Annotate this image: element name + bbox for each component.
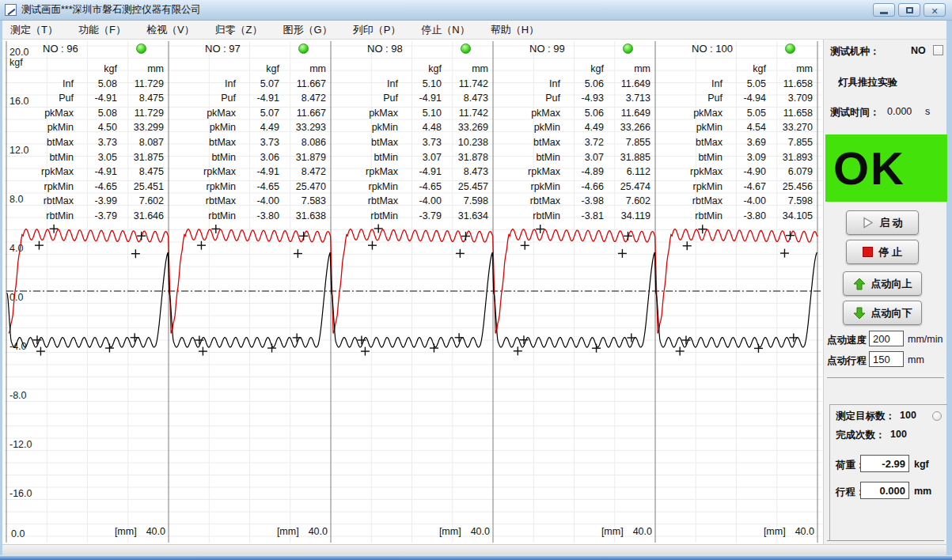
arrow-down-icon — [853, 307, 866, 320]
stroke-value-input[interactable] — [860, 482, 909, 499]
close-icon — [931, 3, 938, 17]
app-icon — [5, 4, 17, 16]
jog-down-button[interactable]: 点动向下 — [843, 301, 922, 325]
chart-area: 20.0kgf16.012.08.04.00.0-4.0-8.0-12.0-16… — [2, 40, 823, 544]
waveform-chart: 20.0kgf16.012.08.04.00.0-4.0-8.0-12.0-16… — [2, 40, 823, 544]
y-axis-tick: -16.0 — [9, 488, 32, 499]
y-axis-tick: 12.0 — [9, 145, 28, 156]
play-icon — [862, 217, 874, 229]
extreme-marker-btMax — [683, 241, 692, 250]
extreme-marker-rpkMax — [199, 347, 207, 356]
start-button-label: 启 动 — [879, 216, 903, 230]
extreme-marker-rbtMin — [789, 333, 798, 342]
divider — [827, 540, 944, 541]
window-title: 测试画面***深圳市磐石测控仪器有限公司 — [21, 3, 201, 17]
target-count-label: 测定目标数： — [836, 410, 895, 423]
jog-down-button-label: 点动向下 — [871, 306, 912, 320]
jog-speed-label: 点动速度 — [827, 334, 867, 347]
extreme-marker-rbtMax — [681, 336, 690, 345]
jog-stroke-label: 点动行程 — [827, 354, 867, 368]
test-time-value: 0.000 — [887, 106, 912, 117]
machine-no-label: NO — [911, 45, 926, 56]
menu-item-5[interactable]: 图形（G） — [283, 23, 332, 37]
maximize-button[interactable] — [898, 3, 920, 17]
menu-item-3[interactable]: 检视（V） — [146, 23, 195, 37]
extreme-marker-pkMin — [624, 232, 632, 240]
y-axis-tick: 4.0 — [9, 243, 23, 254]
jog-speed-unit: mm/min — [908, 334, 943, 345]
menu-item-2[interactable]: 功能（F） — [78, 23, 126, 37]
menu-item-7[interactable]: 停止（N） — [421, 23, 469, 37]
result-text: OK — [833, 146, 905, 191]
extreme-marker-pkMin — [299, 232, 308, 240]
x-axis-origin-label: 0.0 — [11, 528, 25, 539]
y-axis-tick: 0.0 — [9, 292, 23, 303]
extreme-marker-rbtMax — [32, 335, 41, 344]
jog-stroke-unit: mm — [908, 354, 924, 365]
menu-bar: 测定（T）功能（F）检视（V）归零（Z）图形（G）列印（P）停止（N）帮助（H） — [2, 21, 946, 40]
extreme-marker-rpkMax — [676, 346, 685, 355]
menu-item-4[interactable]: 归零（Z） — [215, 23, 263, 37]
count-group-box — [829, 404, 947, 540]
jog-up-button[interactable]: 点动向上 — [843, 271, 922, 296]
arrow-up-icon — [853, 278, 866, 290]
extreme-marker-rbtMin — [293, 333, 302, 342]
title-bar: 测试画面***深圳市磐石测控仪器有限公司 — [0, 0, 952, 21]
window-border-bottom — [0, 555, 952, 560]
extreme-marker-pkMin — [786, 231, 795, 240]
load-value-input[interactable] — [860, 455, 909, 472]
test-time-unit: s — [925, 106, 930, 117]
result-indicator: OK — [825, 134, 947, 202]
stop-button-label: 停 止 — [878, 245, 902, 259]
extreme-marker-rpkMax — [514, 346, 522, 355]
maximize-icon — [906, 7, 913, 13]
menu-item-8[interactable]: 帮助（H） — [491, 23, 539, 37]
extreme-marker-btMin — [131, 249, 140, 258]
minimize-button[interactable] — [873, 3, 895, 17]
menu-item-1[interactable]: 测定（T） — [10, 23, 58, 37]
control-sidebar: 测试机种： NO 灯具推拉实验 测试时间： 0.000 s OK 启 动 停 止… — [823, 40, 946, 544]
divider — [827, 377, 944, 378]
status-bar — [2, 544, 946, 555]
done-count-label: 完成次数： — [836, 429, 886, 442]
y-axis-tick: 8.0 — [9, 194, 23, 205]
minimize-icon — [880, 12, 888, 14]
load-unit: kgf — [914, 459, 929, 470]
stop-icon — [863, 247, 873, 257]
machine-type-label: 测试机种： — [830, 45, 880, 59]
extreme-marker-rpkMax — [36, 347, 45, 356]
extreme-marker-rpkMax — [361, 347, 370, 356]
y-axis-tick: 16.0 — [9, 96, 28, 107]
close-button[interactable] — [924, 3, 946, 17]
menu-item-6[interactable]: 列印（P） — [353, 23, 401, 37]
y-axis-tick: -12.0 — [9, 439, 32, 450]
y-axis-unit: kgf — [9, 57, 23, 68]
extreme-marker-rbtMin — [131, 333, 139, 342]
jog-speed-input[interactable] — [869, 331, 904, 346]
start-button[interactable]: 启 动 — [846, 210, 919, 235]
jog-stroke-input[interactable] — [869, 351, 904, 367]
extreme-marker-rbtMin — [627, 334, 635, 342]
extreme-marker-btMin — [456, 249, 465, 258]
y-axis-top-value: 20.0 — [9, 47, 28, 58]
extreme-marker-rbtMax — [195, 336, 203, 345]
extreme-marker-btMin — [618, 249, 627, 258]
window-controls — [873, 3, 946, 17]
stop-button[interactable]: 停 止 — [846, 240, 919, 264]
done-count-value: 100 — [890, 429, 907, 440]
extreme-marker-pkMin — [137, 232, 146, 240]
machine-no-checkbox[interactable] — [933, 45, 943, 55]
window-border-right — [946, 21, 952, 555]
extreme-marker-rbtMax — [519, 335, 528, 344]
stroke-unit: mm — [914, 486, 931, 497]
extreme-marker-btMin — [780, 249, 789, 258]
machine-type-value: 灯具推拉实验 — [838, 76, 897, 89]
extreme-marker-rbtMin — [455, 333, 464, 342]
target-count-value: 100 — [900, 410, 916, 421]
extreme-marker-btMin — [294, 249, 302, 258]
target-radio[interactable] — [932, 411, 942, 421]
extreme-marker-pkMin — [461, 232, 470, 240]
test-time-label: 测试时间： — [830, 106, 880, 119]
y-axis-tick: -8.0 — [9, 390, 27, 401]
jog-up-button-label: 点动向上 — [871, 277, 912, 291]
